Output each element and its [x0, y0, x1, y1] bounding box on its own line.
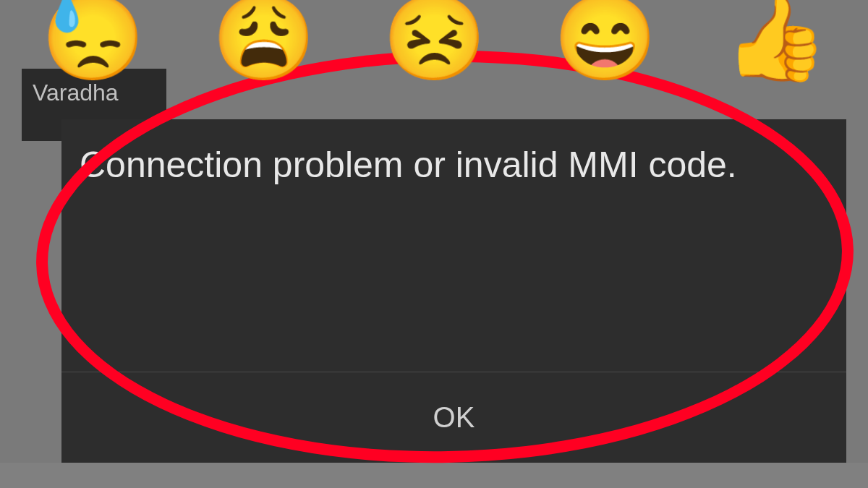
dialog-message-text: Connection problem or invalid MMI code. [61, 119, 846, 372]
error-dialog: Connection problem or invalid MMI code. … [61, 119, 846, 463]
persevering-emoji-icon: 😣 [383, 0, 486, 80]
bottom-edge [0, 463, 868, 488]
dialog-button-row: OK [61, 372, 846, 463]
cold-sweat-emoji-icon: 😓 [41, 0, 145, 80]
ok-button[interactable]: OK [390, 387, 519, 448]
grinning-emoji-icon: 😄 [553, 0, 657, 80]
thumbs-up-emoji-icon: 👍 [724, 0, 827, 80]
reaction-emoji-row: 😓 😩 😣 😄 👍 [0, 0, 868, 80]
weary-emoji-icon: 😩 [212, 0, 315, 80]
